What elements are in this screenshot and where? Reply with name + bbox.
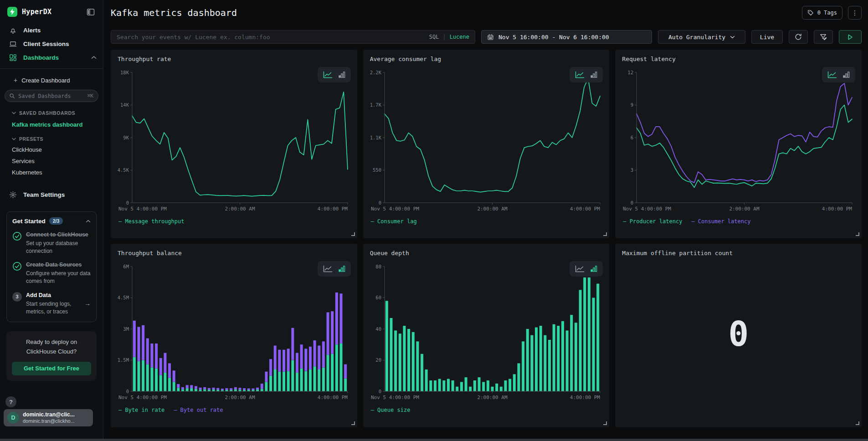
- search-placeholder: Search your events w/ Lucene ex. column:…: [117, 34, 429, 41]
- user-menu[interactable]: D dominic.tran@clic... dominic.tran@clic…: [4, 409, 93, 426]
- get-started-free-button[interactable]: Get Started for Free: [12, 362, 91, 375]
- resize-handle[interactable]: [603, 232, 607, 236]
- svg-text:18K: 18K: [120, 70, 129, 75]
- play-icon: [847, 34, 853, 40]
- svg-text:6: 6: [631, 135, 633, 140]
- resize-handle[interactable]: [351, 421, 355, 425]
- collapse-sidebar-icon[interactable]: [87, 8, 95, 16]
- line-chart-icon[interactable]: [323, 71, 333, 78]
- app-name: HyperDX: [22, 8, 51, 16]
- user-email: dominic.tran@clickho...: [23, 418, 75, 425]
- get-started-step-sources[interactable]: Create Data Sources Configure where your…: [12, 261, 91, 285]
- svg-text:4:00:00 PM: 4:00:00 PM: [318, 206, 348, 212]
- presets-section-header[interactable]: PRESETS: [0, 128, 103, 142]
- get-started-step-add-data[interactable]: 3 Add Data Start sending logs, metrics, …: [12, 292, 91, 315]
- chart-type-toggle: [318, 67, 351, 82]
- svg-text:6M: 6M: [123, 264, 129, 269]
- svg-text:1.5M: 1.5M: [118, 357, 129, 363]
- chart-title: Average consumer lag: [370, 56, 603, 62]
- tags-button[interactable]: 0 Tags: [802, 6, 842, 20]
- svg-text:14K: 14K: [120, 102, 129, 108]
- date-range-picker[interactable]: Nov 5 16:00:00 - Nov 6 16:00:00: [481, 30, 652, 44]
- cloud-card-text-line1: Ready to deploy on: [12, 338, 91, 347]
- date-range-value: Nov 5 16:00:00 - Nov 6 16:00:00: [498, 34, 609, 41]
- bar-chart-icon[interactable]: [591, 265, 597, 272]
- resize-handle[interactable]: [856, 421, 859, 425]
- bar-chart-icon[interactable]: [843, 71, 850, 78]
- create-dashboard-label: Create Dashboard: [21, 77, 70, 84]
- line-chart-icon[interactable]: [323, 265, 333, 272]
- chart-card-request-latency: Request latency 129630Nov 5 4:00:00 PM2:…: [615, 50, 862, 238]
- user-name: dominic.tran@clic...: [23, 411, 75, 418]
- sidebar-item-kubernetes[interactable]: Kubernetes: [0, 164, 103, 176]
- refresh-button[interactable]: [789, 30, 808, 44]
- svg-text:Nov 5 4:00:00 PM: Nov 5 4:00:00 PM: [371, 395, 419, 400]
- svg-text:60: 60: [375, 295, 381, 300]
- bar-chart-icon[interactable]: [339, 265, 345, 272]
- more-options-button[interactable]: ⋮: [848, 6, 862, 20]
- step-title: Create Data Sources: [26, 261, 91, 269]
- live-button[interactable]: Live: [751, 30, 783, 44]
- consumer-lag-chart: 2.2K1.7K1.1K5500Nov 5 4:00:00 PM2:00:00 …: [370, 66, 603, 216]
- sidebar-item-team-settings[interactable]: Team Settings: [0, 188, 103, 201]
- chart-card-queue-depth: Queue depth 806040200Nov 5 4:00:00 PM2:0…: [363, 244, 610, 427]
- sidebar: HyperDX Alerts Client Sessions D: [0, 0, 103, 441]
- step-desc: Set up your database connection: [26, 240, 91, 255]
- sidebar-item-alerts[interactable]: Alerts: [0, 23, 103, 37]
- saved-dashboards-search-input[interactable]: Saved Dashboards ⌘K: [5, 90, 98, 102]
- resize-handle[interactable]: [603, 421, 607, 425]
- svg-text:3: 3: [631, 167, 633, 173]
- run-query-button[interactable]: [839, 30, 862, 44]
- line-chart-icon[interactable]: [827, 71, 837, 78]
- lucene-toggle[interactable]: Lucene: [450, 34, 469, 40]
- line-chart-icon[interactable]: [575, 265, 585, 272]
- sidebar-item-clickhouse[interactable]: ClickHouse: [0, 142, 103, 153]
- line-chart-icon[interactable]: [575, 71, 585, 78]
- sidebar-item-kafka-metrics-dashboard[interactable]: Kafka metrics dashboard: [0, 116, 103, 128]
- chart-legend: — Producer latency— Consumer latency: [623, 218, 855, 225]
- saved-dashboards-section-header[interactable]: SAVED DASHBOARDS: [0, 102, 103, 116]
- get-started-step-connect[interactable]: Connect to ClickHouse Set up your databa…: [12, 231, 91, 255]
- throughput-rate-chart: 18K14K9K4.5K0Nov 5 4:00:00 PM2:00:00 AM4…: [118, 66, 350, 216]
- svg-text:1.1K: 1.1K: [370, 135, 382, 140]
- chart-card-average-consumer-lag: Average consumer lag 2.2K1.7K1.1K5500Nov…: [363, 50, 610, 238]
- search-input[interactable]: Search your events w/ Lucene ex. column:…: [111, 30, 475, 44]
- check-circle-icon: [12, 262, 22, 271]
- svg-text:1.7K: 1.7K: [370, 102, 382, 108]
- step-title: Add Data: [26, 292, 82, 299]
- resize-handle[interactable]: [351, 232, 355, 236]
- horizontal-scrollbar[interactable]: [0, 439, 868, 441]
- logo-row: HyperDX: [0, 0, 103, 23]
- resize-handle[interactable]: [856, 232, 859, 236]
- chart-title: Throughput rate: [118, 56, 350, 62]
- calendar-icon: [487, 34, 494, 41]
- tag-icon: [807, 10, 814, 16]
- granularity-select[interactable]: Auto Granularity: [658, 30, 745, 44]
- svg-text:0: 0: [126, 389, 129, 394]
- sidebar-item-client-sessions[interactable]: Client Sessions: [0, 37, 103, 51]
- chevron-up-icon: [91, 56, 97, 59]
- chart-title: Throughput balance: [118, 250, 350, 256]
- chevron-up-icon[interactable]: [86, 220, 91, 223]
- chart-card-max-offline-partition-count: Maximum offline partition count 0: [615, 244, 862, 427]
- chart-legend: — Queue size: [371, 407, 603, 413]
- chart-type-toggle: [822, 67, 855, 82]
- hyperdx-logo-icon: [7, 7, 17, 17]
- sql-toggle[interactable]: SQL: [429, 34, 439, 40]
- chart-legend: — Message throughput: [118, 218, 350, 225]
- chart-type-toggle: [570, 261, 603, 277]
- main-content: Kafka metrics dashboard 0 Tags ⋮ Search …: [103, 0, 868, 441]
- filter-button[interactable]: [814, 30, 833, 44]
- chart-type-toggle: [318, 261, 351, 277]
- sidebar-item-services[interactable]: Services: [0, 153, 103, 164]
- help-button[interactable]: ?: [5, 396, 16, 407]
- bar-chart-icon[interactable]: [591, 71, 597, 78]
- refresh-icon: [795, 33, 802, 41]
- sidebar-item-dashboards[interactable]: Dashboards: [0, 51, 103, 64]
- arrow-right-icon: →: [82, 300, 91, 307]
- chart-title: Request latency: [622, 56, 855, 62]
- svg-text:Nov 5 4:00:00 PM: Nov 5 4:00:00 PM: [118, 206, 167, 212]
- bar-chart-icon[interactable]: [339, 71, 345, 78]
- create-dashboard-button[interactable]: + Create Dashboard: [0, 69, 103, 84]
- queue-depth-chart: 806040200Nov 5 4:00:00 PM2:00:00 AM4:00:…: [370, 260, 603, 405]
